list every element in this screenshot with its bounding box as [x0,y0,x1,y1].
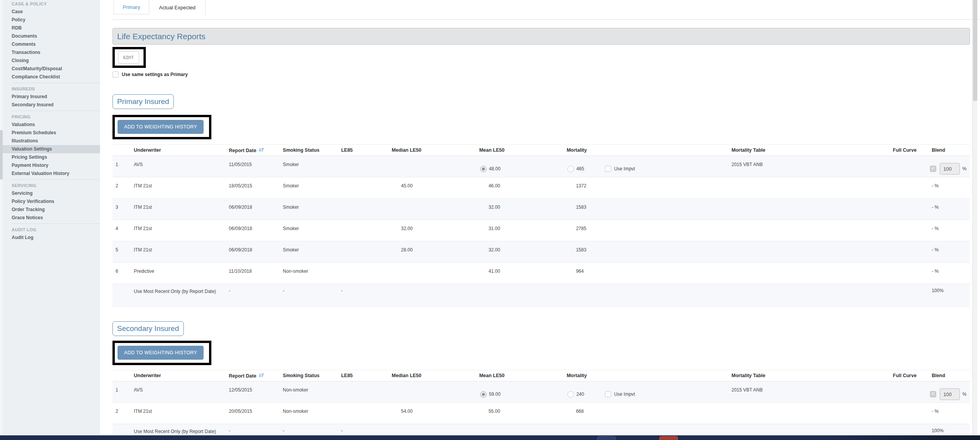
sidebar-divider [12,179,100,180]
sidebar-item-compliance-checklist[interactable]: Compliance Checklist [3,73,100,81]
sidebar-item-grace-notices[interactable]: Grace Notices [3,214,100,222]
sidebar-item-payment-history[interactable]: Payment History [3,161,100,170]
cell-underwriter: ITM 21st [129,241,226,262]
cell-blend: - % [927,199,970,220]
cell-row-number: 6 [112,263,129,284]
sidebar-item-servicing[interactable]: Servicing [3,189,100,197]
cell-full-curve [886,263,927,284]
header-report-date-label: Report Date [229,373,256,379]
blend-checkbox[interactable] [930,391,936,397]
cell-smoking-status: Smoker [280,156,339,177]
blend-input[interactable] [940,163,960,175]
sidebar-section-servicing: SERVICING [3,182,100,189]
sidebar-divider [12,223,100,224]
sidebar-item-primary-insured[interactable]: Primary Insured [3,93,100,101]
cell-full-curve [886,220,927,241]
sidebar-item-order-tracking[interactable]: Order Tracking [3,206,100,214]
header-row-number [112,370,129,381]
cell-report-date: 11/05/2015 [226,156,280,177]
sidebar-section-audit-log: AUDIT LOG [3,226,100,234]
cell-le85 [339,220,389,241]
sidebar-item-comments[interactable]: Comments [3,40,100,49]
tab-actual-expected[interactable]: Actual Expected [149,0,206,15]
cell-median-le50: 54.00 [389,403,477,424]
cell-row-number: 1 [112,381,129,402]
header-blend: Blend [927,370,970,381]
add-to-weighting-history-button-secondary[interactable]: ADD TO WEIGHTING HISTORY [118,346,204,360]
bottom-toolbar-blue-button[interactable] [597,436,616,440]
mean-le50-radio[interactable] [480,166,487,172]
cell-row-number: 4 [112,220,129,241]
cell-full-curve [886,199,927,220]
cell-mortality: 240 [564,381,602,402]
tab-primary[interactable]: Primary [114,0,149,14]
edit-button[interactable]: EDIT [118,51,139,64]
sidebar-item-cost-maturity-disposal[interactable]: Cost/Maturity/Disposal [3,65,100,73]
add-weighting-annotation-highlight: ADD TO WEIGHTING HISTORY [112,341,211,365]
header-mean-le50: Mean LE50 [477,145,565,156]
bottom-toolbar [0,435,980,440]
sidebar-item-audit-log[interactable]: Audit Log [3,234,100,242]
cell-underwriter: ITM 21st [129,220,226,241]
tab-bar: Primary Actual Expected [114,0,970,15]
sidebar-item-policy[interactable]: Policy [3,16,100,24]
sidebar-item-pricing-settings[interactable]: Pricing Settings [3,153,100,161]
sidebar-item-transactions[interactable]: Transactions [3,49,100,57]
use-impvt-checkbox[interactable] [605,391,611,397]
cell-mortality-table: 2015 VBT ANB [727,156,886,177]
header-full-curve: Full Curve [886,145,927,156]
cell-median-le50: 32.00 [389,220,477,241]
cell-underwriter: ITM 21st [129,403,226,424]
sidebar-item-rdb[interactable]: RDB [3,24,100,32]
cell-full-curve [886,403,927,424]
sidebar-item-external-valuation-history[interactable]: External Valuation History [3,170,100,178]
sidebar-scrollbar-thumb[interactable] [0,130,3,180]
cell-mean-le50: 59.00 [477,381,565,402]
sidebar-item-case[interactable]: Case [3,8,100,16]
cell-median-le50 [389,263,477,284]
sidebar-item-secondary-insured[interactable]: Secondary Insured [3,101,100,109]
cell-use-impvt [602,199,727,220]
table-row: 3 ITM 21st 06/09/2018 Smoker 32.00 1583 … [112,199,970,220]
cell-blend-total: 100% [927,284,970,307]
sidebar-item-valuations[interactable]: Valuations [3,121,100,129]
cell-le85 [339,199,389,220]
blend-input[interactable] [940,388,960,400]
sidebar-section-case-policy: CASE & POLICY [3,0,100,8]
add-to-weighting-history-button-primary[interactable]: ADD TO WEIGHTING HISTORY [118,120,204,134]
header-report-date[interactable]: Report Date [226,145,280,156]
table-row: 2 ITM 21st 18/05/2015 Smoker 45.00 46.00… [112,177,970,199]
bottom-toolbar-red-button[interactable] [659,436,678,440]
header-report-date[interactable]: Report Date [226,370,280,381]
cell-report-date: 18/05/2015 [226,177,280,198]
sidebar-item-closing[interactable]: Closing [3,57,100,65]
header-median-le50: Median LE50 [389,145,477,156]
sidebar-divider [12,83,100,83]
valuation-settings-page: CASE & POLICY Case Policy RDB Documents … [0,0,980,440]
blend-checkbox[interactable] [930,166,936,172]
mortality-radio[interactable] [567,166,574,172]
sidebar-item-documents[interactable]: Documents [3,32,100,40]
sidebar-item-valuation-settings[interactable]: Valuation Settings [3,145,100,153]
sidebar-item-policy-verifications[interactable]: Policy Verifications [3,197,100,206]
cell-smoking-status: Non-smoker [280,403,339,424]
header-underwriter: Underwriter [129,145,226,156]
cell-underwriter: ITM 21st [129,199,226,220]
page-scrollbar-thumb[interactable] [973,0,977,101]
header-underwriter: Underwriter [129,370,226,381]
sidebar-item-premium-schedules[interactable]: Premium Schedules [3,129,100,137]
mortality-radio[interactable] [567,391,574,398]
use-impvt-checkbox[interactable] [605,166,611,172]
sort-amount-desc-icon[interactable] [259,373,264,378]
cell-underwriter: AVS [129,381,226,402]
sidebar-section-pricing: PRICING [3,113,100,121]
sidebar-item-illustrations[interactable]: Illustrations [3,137,100,145]
cell-mortality: 1372 [564,177,602,198]
sort-amount-desc-icon[interactable] [259,147,264,153]
cell-mortality-table [727,220,886,241]
cell-median-le50 [389,284,477,307]
cell-mortality-table: 2015 VBT ANB [727,381,886,402]
mean-le50-radio[interactable] [480,391,487,398]
use-same-settings-checkbox[interactable] [112,71,119,78]
cell-le85 [339,403,389,424]
